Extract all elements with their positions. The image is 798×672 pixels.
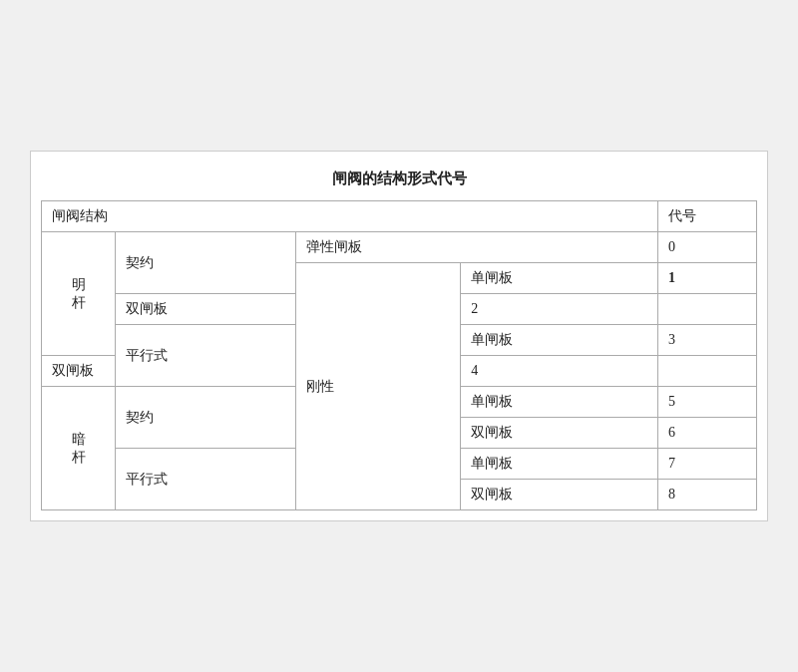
cell-qiyue1: 契约 bbox=[116, 232, 296, 294]
cell-pingxingshi2: 平行式 bbox=[116, 449, 296, 510]
cell-sub-8: 双闸板 bbox=[461, 480, 658, 510]
cell-code-5: 5 bbox=[658, 387, 757, 418]
cell-minggan: 明杆 bbox=[42, 232, 116, 356]
table-title: 闸阀的结构形式代号 bbox=[41, 162, 757, 200]
cell-sub-7: 单闸板 bbox=[461, 449, 658, 480]
cell-sub-6: 双闸板 bbox=[461, 418, 658, 449]
cell-sub-4: 双闸板 bbox=[42, 356, 116, 387]
cell-anggan: 暗杆 bbox=[42, 387, 116, 510]
cell-code-8: 8 bbox=[658, 480, 757, 510]
cell-code-6: 6 bbox=[658, 418, 757, 449]
cell-code-1: 1 bbox=[658, 263, 757, 294]
cell-code-3: 3 bbox=[658, 325, 757, 356]
cell-code-4: 4 bbox=[461, 356, 658, 387]
cell-sub-3: 单闸板 bbox=[461, 325, 658, 356]
cell-gangxing: 刚性 bbox=[296, 263, 461, 510]
cell-sub-5: 单闸板 bbox=[461, 387, 658, 418]
cell-code-2: 2 bbox=[461, 294, 658, 325]
header-row: 闸阀结构 代号 bbox=[42, 201, 757, 232]
table-row: 明杆 契约 弹性闸板 0 bbox=[42, 232, 757, 263]
header-structure: 闸阀结构 bbox=[42, 201, 658, 232]
cell-code-0: 0 bbox=[658, 232, 757, 263]
main-table: 闸阀结构 代号 明杆 契约 弹性闸板 0 刚性 单闸板 1 双闸板 2 平行式 … bbox=[41, 200, 757, 510]
cell-code-7: 7 bbox=[658, 449, 757, 480]
cell-tanxing: 弹性闸板 bbox=[296, 232, 658, 263]
table-container: 闸阀的结构形式代号 闸阀结构 代号 明杆 契约 弹性闸板 0 刚性 单闸板 1 … bbox=[30, 151, 768, 521]
cell-sub-1: 单闸板 bbox=[461, 263, 658, 294]
header-code: 代号 bbox=[658, 201, 757, 232]
cell-pingxingshi1: 平行式 bbox=[116, 325, 296, 387]
cell-sub-2: 双闸板 bbox=[116, 294, 296, 325]
cell-qiyue2: 契约 bbox=[116, 387, 296, 449]
